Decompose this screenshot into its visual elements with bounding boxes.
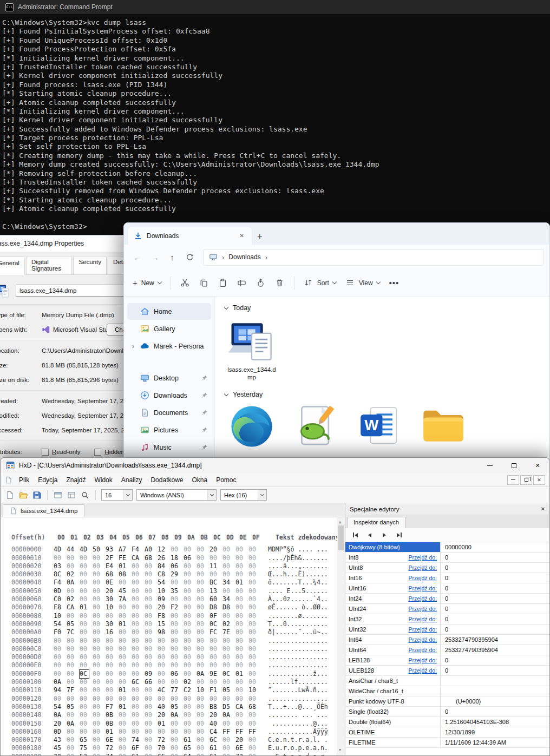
sidebar-item-marek-persona[interactable]: ›Marek - Persona xyxy=(127,338,211,354)
hex-byte[interactable]: 00 xyxy=(145,578,154,587)
hex-byte[interactable]: 00 xyxy=(93,554,102,562)
hex-byte[interactable]: 00 xyxy=(93,595,102,603)
hex-byte[interactable]: 00 xyxy=(248,628,258,636)
hex-byte[interactable]: 4D xyxy=(54,545,63,554)
hex-byte[interactable]: 6C xyxy=(132,678,141,686)
hex-byte[interactable]: 00 xyxy=(197,595,206,603)
goto-link[interactable]: Przejdź do: xyxy=(408,647,437,653)
hex-byte[interactable]: 00 xyxy=(248,587,258,595)
hex-byte[interactable]: 00 xyxy=(222,720,232,728)
hex-byte[interactable]: 00 xyxy=(197,661,206,669)
hex-byte[interactable]: 00 xyxy=(222,554,232,562)
tab-downloads[interactable]: Downloads ✕ xyxy=(128,227,252,245)
minimize-button[interactable] xyxy=(478,458,502,473)
hex-byte[interactable]: 30 xyxy=(106,620,115,628)
hex-byte[interactable]: 00 xyxy=(119,753,128,755)
hex-byte[interactable]: 01 xyxy=(158,720,167,728)
hex-byte[interactable]: 01 xyxy=(119,562,128,570)
hex-byte[interactable]: 00 xyxy=(222,661,232,669)
hex-offset[interactable]: 00000170 xyxy=(11,736,54,744)
hex-byte[interactable]: 10 xyxy=(248,686,258,694)
group-header-yesterday[interactable]: Yesterday xyxy=(225,390,549,399)
maximize-button[interactable] xyxy=(502,458,526,473)
hex-byte[interactable]: 00 xyxy=(222,695,232,703)
hex-byte[interactable]: D5 xyxy=(222,703,232,711)
hex-byte[interactable]: 00 xyxy=(235,637,245,645)
hex-decoded-text[interactable]: ô.......T...¼4.. xyxy=(268,578,328,586)
menu-okna[interactable]: Okna xyxy=(187,475,212,485)
hex-byte[interactable]: 00 xyxy=(93,570,102,578)
hex-byte[interactable]: 00 xyxy=(67,753,76,755)
hex-byte[interactable]: 00 xyxy=(235,678,245,686)
hex-byte[interactable]: 84 xyxy=(158,562,167,570)
sidebar-item-downloads[interactable]: Downloads xyxy=(127,387,211,404)
hex-bytes[interactable]: 4500750072006F007000650061006E00 xyxy=(54,744,261,752)
hex-byte[interactable]: 00 xyxy=(209,570,219,578)
hex-decoded-text[interactable]: ........ ... ... xyxy=(268,711,328,719)
hex-offset[interactable]: 00000060 xyxy=(11,595,54,603)
hex-byte[interactable]: 53 xyxy=(80,753,89,755)
hex-byte[interactable]: 00 xyxy=(184,628,193,636)
hex-byte[interactable]: 70 xyxy=(158,744,167,752)
hex-byte[interactable]: 00 xyxy=(54,645,63,653)
hex-byte[interactable]: 00 xyxy=(80,554,89,562)
hex-byte[interactable]: 00 xyxy=(235,645,245,653)
hex-byte[interactable]: 05 xyxy=(171,703,180,711)
hex-byte[interactable]: 02 xyxy=(67,595,76,603)
hex-byte[interactable]: 00 xyxy=(132,653,141,661)
hex-byte[interactable]: 00 xyxy=(145,595,154,603)
close-panel-icon[interactable]: ✕ xyxy=(541,506,545,512)
file-tile[interactable] xyxy=(289,403,343,450)
hex-byte[interactable]: 00 xyxy=(171,620,180,628)
hex-byte[interactable]: 08 xyxy=(119,570,128,578)
hex-bytes[interactable]: 0A00000000006C660000020000000000 xyxy=(54,678,261,686)
hex-byte[interactable]: CA xyxy=(235,703,245,711)
hex-byte[interactable]: 00 xyxy=(119,728,128,736)
new-file-icon[interactable] xyxy=(5,490,15,500)
hex-byte[interactable]: 00 xyxy=(93,703,102,711)
hex-byte[interactable]: 00 xyxy=(158,695,167,703)
hex-byte[interactable]: FF xyxy=(235,728,245,736)
hex-byte[interactable]: 00 xyxy=(171,728,180,736)
hex-byte[interactable]: 00 xyxy=(184,637,193,645)
hex-byte[interactable]: 00 xyxy=(145,720,154,728)
hex-decoded-text[interactable]: ........ø....... xyxy=(268,612,328,620)
hex-byte[interactable]: 00 xyxy=(197,744,206,752)
hex-decoded-text[interactable]: ................ xyxy=(268,695,328,702)
open-file-icon[interactable] xyxy=(18,490,28,500)
hex-byte[interactable]: 00 xyxy=(184,703,193,711)
hex-offset[interactable]: 00000080 xyxy=(11,612,54,620)
hex-byte[interactable]: 00 xyxy=(171,720,180,728)
hex-byte[interactable]: 6E xyxy=(235,744,245,752)
insert-icon[interactable] xyxy=(67,490,76,500)
hex-byte[interactable]: 02 xyxy=(184,678,193,686)
hex-byte[interactable]: 00 xyxy=(93,670,102,678)
inspector-row[interactable]: Single (float32)0 xyxy=(345,707,549,717)
hex-bytes[interactable]: 00000000000000000000000000000000 xyxy=(54,695,261,703)
hxd-titlebar[interactable]: HxD - [C:\Users\Administrator\Downloads\… xyxy=(1,458,549,473)
hex-byte[interactable]: 00 xyxy=(171,661,180,669)
hex-byte[interactable]: 0B xyxy=(106,720,115,728)
hex-byte[interactable]: 00 xyxy=(235,720,245,728)
hex-byte[interactable]: 00 xyxy=(209,695,219,703)
hex-bytes[interactable]: 0A0000000B000000200A0000200A0000 xyxy=(54,711,261,719)
hex-byte[interactable]: 65 xyxy=(80,736,89,744)
hex-byte[interactable]: 00 xyxy=(235,562,245,570)
hex-byte[interactable]: 00 xyxy=(197,703,206,711)
hex-byte[interactable]: 00 xyxy=(222,753,232,755)
inspector-row[interactable]: LEB128Przejdź do:0 xyxy=(345,655,549,666)
hex-byte[interactable]: 0A xyxy=(222,711,232,719)
hex-byte[interactable]: 26 xyxy=(158,554,167,562)
hex-byte[interactable]: 06 xyxy=(184,554,193,562)
hex-offset[interactable]: 00000180 xyxy=(11,744,54,752)
cut-icon[interactable] xyxy=(180,278,190,288)
hex-byte[interactable]: 00 xyxy=(197,653,206,661)
hex-byte[interactable]: 00 xyxy=(171,595,180,603)
hex-byte[interactable]: 00 xyxy=(184,720,193,728)
hex-offset[interactable]: 00000010 xyxy=(11,554,54,562)
hex-decoded-text[interactable]: T...0........... xyxy=(268,620,328,628)
hex-bytes[interactable]: 000000002FFECA682618060000000000 xyxy=(54,554,261,562)
hex-byte[interactable]: 01 xyxy=(119,620,128,628)
hex-byte[interactable]: 35 xyxy=(171,587,180,595)
props-tab-security[interactable]: Security xyxy=(73,256,107,274)
